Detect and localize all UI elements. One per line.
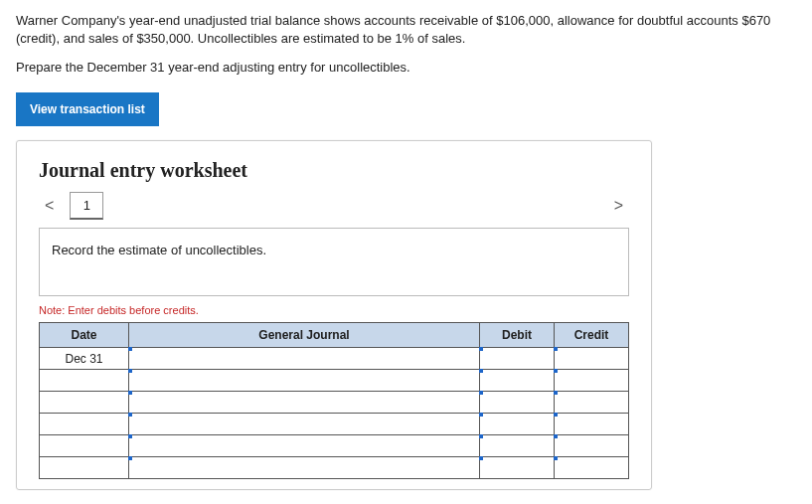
debits-before-credits-note: Note: Enter debits before credits.: [39, 304, 629, 316]
table-row: [40, 392, 629, 414]
cell-date[interactable]: [40, 414, 129, 435]
tab-row: < 1 >: [39, 192, 629, 220]
problem-instruction: Prepare the December 31 year-end adjusti…: [16, 60, 796, 75]
cell-debit[interactable]: [480, 457, 555, 479]
cell-general-journal[interactable]: [129, 457, 480, 479]
table-row: [40, 414, 629, 435]
view-transaction-list-button[interactable]: View transaction list: [16, 92, 159, 126]
cell-general-journal[interactable]: [129, 414, 480, 435]
cell-general-journal[interactable]: [129, 435, 480, 457]
journal-entry-card: Journal entry worksheet < 1 > Record the…: [16, 140, 652, 490]
problem-statement: Warner Company's year-end unadjusted tri…: [16, 12, 796, 48]
cell-date[interactable]: [40, 392, 129, 414]
table-row: [40, 457, 629, 479]
table-row: Dec 31: [40, 348, 629, 370]
cell-debit[interactable]: [480, 435, 555, 457]
cell-debit[interactable]: [480, 348, 555, 370]
table-row: [40, 435, 629, 457]
cell-date[interactable]: [40, 370, 129, 392]
col-credit: Credit: [555, 323, 629, 348]
cell-general-journal[interactable]: [129, 370, 480, 392]
worksheet-title: Journal entry worksheet: [39, 159, 629, 182]
cell-date[interactable]: Dec 31: [40, 348, 129, 370]
table-row: [40, 370, 629, 392]
journal-header-row: Date General Journal Debit Credit: [40, 323, 629, 348]
tab-1[interactable]: 1: [70, 192, 103, 220]
prev-entry-chevron[interactable]: <: [39, 193, 60, 219]
cell-date[interactable]: [40, 457, 129, 479]
problem-line1: Warner Company's year-end unadjusted tri…: [16, 13, 770, 46]
col-date: Date: [40, 323, 129, 348]
cell-credit[interactable]: [555, 435, 629, 457]
cell-debit[interactable]: [480, 414, 555, 435]
col-gj: General Journal: [129, 323, 480, 348]
cell-date[interactable]: [40, 435, 129, 457]
entry-instruction-box: Record the estimate of uncollectibles.: [39, 228, 629, 296]
cell-credit[interactable]: [555, 457, 629, 479]
next-entry-chevron[interactable]: >: [608, 193, 629, 219]
cell-debit[interactable]: [480, 392, 555, 414]
cell-credit[interactable]: [555, 414, 629, 435]
entry-instruction-text: Record the estimate of uncollectibles.: [52, 243, 266, 257]
cell-general-journal[interactable]: [129, 392, 480, 414]
cell-credit[interactable]: [555, 370, 629, 392]
cell-credit[interactable]: [555, 392, 629, 414]
cell-credit[interactable]: [555, 348, 629, 370]
cell-debit[interactable]: [480, 370, 555, 392]
cell-general-journal[interactable]: [129, 348, 480, 370]
col-debit: Debit: [480, 323, 555, 348]
journal-table: Date General Journal Debit Credit Dec 31: [39, 322, 629, 479]
